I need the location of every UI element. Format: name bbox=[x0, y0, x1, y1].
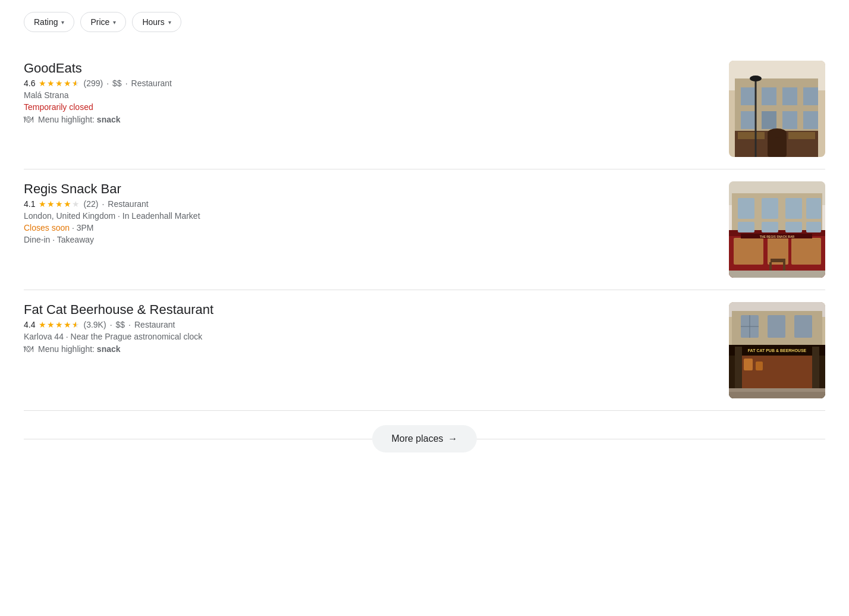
listing-fatcat-content: Fat Cat Beerhouse & Restaurant 4.4 ★ ★ ★… bbox=[24, 302, 729, 354]
svg-rect-16 bbox=[788, 132, 815, 139]
svg-rect-35 bbox=[771, 259, 785, 262]
regis-status: Closes soon bbox=[24, 223, 70, 232]
listing-fatcat[interactable]: Fat Cat Beerhouse & Restaurant 4.4 ★ ★ ★… bbox=[24, 290, 825, 411]
fatcat-menu-highlight: 🍽 Menu highlight: snack bbox=[24, 344, 717, 354]
svg-rect-25 bbox=[762, 198, 778, 219]
star-2: ★ bbox=[47, 320, 55, 329]
regis-closing-time: · 3PM bbox=[70, 223, 93, 232]
star-half bbox=[72, 78, 80, 88]
price-filter-button[interactable]: Price ▾ bbox=[80, 12, 126, 32]
star-4: ★ bbox=[64, 320, 71, 329]
fatcat-dot-2: · bbox=[128, 320, 131, 329]
rating-filter-chevron: ▾ bbox=[61, 19, 64, 26]
more-places-arrow-icon: → bbox=[448, 433, 458, 444]
svg-point-18 bbox=[750, 76, 762, 81]
svg-rect-56 bbox=[744, 359, 753, 370]
star-1: ★ bbox=[39, 199, 46, 209]
svg-rect-57 bbox=[756, 362, 763, 370]
svg-rect-37 bbox=[783, 262, 785, 272]
goodeats-menu-label: Menu highlight: snack bbox=[38, 115, 121, 124]
listing-regis-content: Regis Snack Bar 4.1 ★ ★ ★ ★ ★ (22) · Res… bbox=[24, 181, 729, 247]
star-4: ★ bbox=[64, 78, 71, 88]
svg-rect-9 bbox=[762, 111, 776, 129]
listing-goodeats-title: GoodEats bbox=[24, 61, 717, 76]
hours-filter-label: Hours bbox=[142, 17, 164, 27]
svg-rect-6 bbox=[782, 87, 797, 105]
fatcat-review-count: (3.9K) bbox=[83, 320, 106, 329]
price-filter-chevron: ▾ bbox=[113, 19, 116, 26]
fatcat-rating-score: 4.4 bbox=[24, 320, 35, 329]
fatcat-address: Karlova 44 · Near the Prague astronomica… bbox=[24, 332, 717, 341]
goodeats-menu-highlight: 🍽 Menu highlight: snack bbox=[24, 114, 717, 125]
svg-text:THE REGIS SNACK BAR: THE REGIS SNACK BAR bbox=[760, 235, 795, 238]
rating-filter-label: Rating bbox=[34, 17, 58, 27]
svg-point-14 bbox=[768, 128, 787, 138]
svg-rect-11 bbox=[803, 111, 818, 129]
goodeats-price: $$ bbox=[112, 78, 122, 88]
more-places-section: More places → bbox=[24, 425, 825, 452]
fatcat-thumbnail: FAT CAT PUB & BEERHOUSE bbox=[729, 302, 825, 398]
star-3: ★ bbox=[55, 320, 63, 329]
price-filter-label: Price bbox=[90, 17, 109, 27]
star-empty: ★ bbox=[72, 199, 80, 209]
goodeats-rating-score: 4.6 bbox=[24, 78, 35, 88]
svg-rect-29 bbox=[762, 222, 778, 232]
hours-filter-button[interactable]: Hours ▾ bbox=[132, 12, 181, 32]
svg-rect-53 bbox=[794, 315, 812, 338]
regis-review-count: (22) bbox=[83, 199, 98, 209]
svg-rect-34 bbox=[791, 238, 821, 265]
svg-rect-52 bbox=[768, 315, 785, 338]
regis-thumbnail: THE REGIS SNACK BAR bbox=[729, 181, 825, 278]
svg-rect-4 bbox=[741, 87, 756, 105]
fatcat-menu-item: snack bbox=[97, 344, 121, 354]
svg-rect-36 bbox=[769, 262, 772, 272]
star-2: ★ bbox=[47, 199, 55, 209]
listing-regis-title: Regis Snack Bar bbox=[24, 181, 717, 197]
regis-status-line: Closes soon · 3PM bbox=[24, 223, 717, 232]
svg-rect-28 bbox=[738, 222, 754, 232]
goodeats-status: Temporarily closed bbox=[24, 102, 717, 112]
hours-filter-chevron: ▾ bbox=[168, 19, 171, 26]
star-1: ★ bbox=[39, 78, 46, 88]
goodeats-review-count: (299) bbox=[83, 78, 103, 88]
regis-address: London, United Kingdom · In Leadenhall M… bbox=[24, 211, 717, 221]
svg-rect-40 bbox=[729, 271, 825, 278]
regis-category: Restaurant bbox=[108, 199, 148, 209]
fatcat-menu-label: Menu highlight: snack bbox=[38, 344, 121, 354]
more-places-line-right bbox=[477, 439, 825, 439]
listing-regis[interactable]: Regis Snack Bar 4.1 ★ ★ ★ ★ ★ (22) · Res… bbox=[24, 169, 825, 290]
svg-rect-5 bbox=[762, 87, 776, 105]
svg-rect-10 bbox=[782, 111, 797, 129]
svg-text:FAT CAT PUB & BEERHOUSE: FAT CAT PUB & BEERHOUSE bbox=[748, 348, 807, 353]
svg-rect-30 bbox=[785, 222, 802, 232]
star-half bbox=[72, 320, 80, 329]
listing-goodeats[interactable]: GoodEats 4.6 ★ ★ ★ ★ (299) · $$ · Restau… bbox=[24, 49, 825, 169]
listing-fatcat-meta: 4.4 ★ ★ ★ ★ (3.9K) · $$ · Restaurant bbox=[24, 320, 717, 329]
goodeats-thumbnail bbox=[729, 61, 825, 157]
regis-stars: ★ ★ ★ ★ ★ bbox=[39, 199, 80, 209]
goodeats-menu-item: snack bbox=[97, 115, 121, 124]
regis-dine-options: Dine-in · Takeaway bbox=[24, 235, 717, 244]
listing-regis-meta: 4.1 ★ ★ ★ ★ ★ (22) · Restaurant bbox=[24, 199, 717, 209]
svg-rect-32 bbox=[734, 238, 763, 265]
more-places-label: More places bbox=[391, 433, 443, 444]
goodeats-address: Malá Strana bbox=[24, 90, 717, 100]
utensils-icon: 🍽 bbox=[24, 114, 33, 125]
goodeats-category: Restaurant bbox=[131, 78, 172, 88]
svg-rect-24 bbox=[738, 198, 754, 219]
more-places-button[interactable]: More places → bbox=[372, 425, 476, 452]
goodeats-stars: ★ ★ ★ ★ bbox=[39, 78, 80, 88]
svg-rect-26 bbox=[785, 198, 802, 219]
star-4: ★ bbox=[64, 199, 71, 209]
star-3: ★ bbox=[55, 199, 63, 209]
svg-rect-15 bbox=[738, 132, 765, 139]
regis-dot-1: · bbox=[102, 199, 104, 209]
rating-filter-button[interactable]: Rating ▾ bbox=[24, 12, 74, 32]
listing-goodeats-content: GoodEats 4.6 ★ ★ ★ ★ (299) · $$ · Restau… bbox=[24, 61, 729, 125]
star-1: ★ bbox=[39, 320, 46, 329]
goodeats-dot-2: · bbox=[125, 78, 128, 88]
svg-rect-59 bbox=[729, 388, 825, 392]
fatcat-stars: ★ ★ ★ ★ bbox=[39, 320, 80, 329]
svg-rect-31 bbox=[806, 222, 821, 232]
filter-bar: Rating ▾ Price ▾ Hours ▾ bbox=[24, 12, 825, 32]
